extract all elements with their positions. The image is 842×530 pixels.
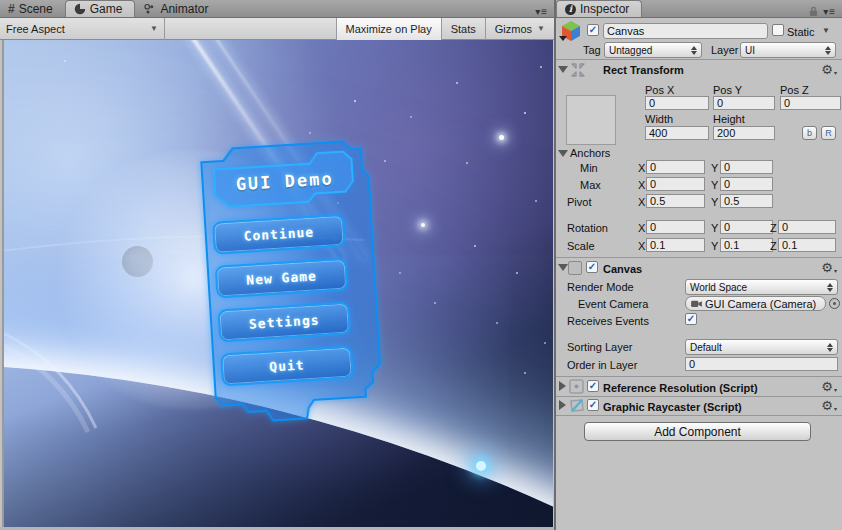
gear-icon[interactable]: ⚙▾	[821, 380, 837, 393]
static-checkbox[interactable]	[772, 24, 784, 36]
rotation-label: Rotation	[567, 222, 608, 234]
layer-label: Layer	[711, 44, 739, 56]
axis-label: Z	[770, 240, 777, 252]
object-picker-icon[interactable]	[829, 298, 840, 309]
axis-label: Y	[711, 162, 718, 174]
anchors-max-x-field[interactable]	[646, 177, 705, 191]
sorting-layer-dropdown[interactable]: Default	[685, 339, 838, 355]
anchors-max-y-field[interactable]	[720, 177, 773, 191]
info-icon: i	[565, 4, 576, 15]
gear-icon[interactable]: ⚙▾	[821, 261, 837, 274]
tab-animator-label: Animator	[160, 2, 208, 16]
aspect-ratio-dropdown[interactable]: Free Aspect ▼	[0, 18, 165, 40]
axis-label: Y	[711, 179, 718, 191]
layer-dropdown[interactable]: UI	[740, 42, 836, 58]
raw-edit-button[interactable]: R	[821, 126, 836, 140]
graphic-raycaster-checkbox[interactable]: ✓	[587, 399, 599, 411]
scale-x-field[interactable]	[646, 238, 705, 252]
pos-x-label: Pos X	[645, 84, 674, 96]
gear-icon[interactable]: ⚙▾	[821, 63, 837, 76]
lens-flare	[476, 461, 486, 471]
game-pane-menu-icon[interactable]: ▾≡	[535, 4, 554, 17]
canvas-enabled-checkbox[interactable]: ✓	[586, 261, 598, 273]
anchors-min-x-field[interactable]	[646, 160, 705, 174]
inspector-tabstrip: i Inspector ▾≡	[556, 0, 842, 18]
popup-arrows-icon	[821, 46, 831, 55]
tab-scene[interactable]: # Scene	[0, 0, 65, 17]
lock-icon[interactable]	[809, 6, 818, 17]
scale-label: Scale	[567, 240, 595, 252]
object-name-field[interactable]	[603, 23, 768, 39]
foldout-canvas[interactable]	[558, 264, 568, 271]
tab-animator[interactable]: Animator	[135, 0, 220, 17]
render-mode-dropdown[interactable]: World Space	[685, 279, 838, 295]
rect-transform-title: Rect Transform	[603, 64, 684, 76]
anchors-min-y-field[interactable]	[720, 160, 773, 174]
maximize-on-play-button[interactable]: Maximize on Play	[336, 18, 441, 40]
pivot-y-field[interactable]	[720, 194, 773, 208]
popup-arrows-icon	[823, 283, 833, 292]
pos-z-field[interactable]	[780, 96, 841, 110]
scale-y-field[interactable]	[720, 238, 773, 252]
receives-events-label: Receives Events	[567, 315, 649, 327]
height-field[interactable]	[713, 126, 775, 140]
pos-x-field[interactable]	[645, 96, 709, 110]
event-camera-value: GUI Camera (Camera)	[705, 298, 816, 310]
rotation-y-field[interactable]	[720, 220, 773, 234]
inspector-menu-icon[interactable]: ▾≡	[823, 6, 836, 17]
active-checkbox[interactable]: ✓	[587, 24, 599, 36]
order-in-layer-label: Order in Layer	[567, 359, 637, 371]
aspect-ratio-label: Free Aspect	[6, 23, 65, 35]
render-mode-label: Render Mode	[567, 281, 634, 293]
rotation-z-field[interactable]	[778, 220, 836, 234]
gizmos-button[interactable]: Gizmos ▼	[485, 18, 554, 40]
pivot-x-field[interactable]	[646, 194, 705, 208]
reference-resolution-icon	[569, 379, 584, 394]
event-camera-label: Event Camera	[578, 298, 648, 310]
pos-z-label: Pos Z	[780, 84, 809, 96]
tag-label: Tag	[583, 44, 601, 56]
chevron-down-icon: ▼	[537, 24, 545, 33]
game-toolbar: Free Aspect ▼ Maximize on Play Stats Giz…	[0, 18, 554, 40]
width-field[interactable]	[645, 126, 709, 140]
rotation-x-field[interactable]	[646, 220, 705, 234]
static-dropdown-caret[interactable]: ▼	[822, 26, 830, 35]
game-pane: # Scene Game Animator ▾≡ Free	[0, 0, 554, 530]
add-component-button[interactable]: Add Component	[584, 422, 811, 441]
foldout-reference-resolution[interactable]	[559, 381, 566, 391]
height-label: Height	[713, 113, 745, 125]
anchors-max-label: Max	[580, 179, 601, 191]
axis-label: X	[638, 179, 645, 191]
pivot-label: Pivot	[567, 196, 591, 208]
inspector-panel: i Inspector ▾≡ ✓ Static ▼ Tag Untagged	[556, 0, 842, 530]
scene-grid-icon: #	[8, 2, 15, 16]
blueprint-mode-button[interactable]: b	[802, 126, 817, 140]
game-viewport[interactable]: GUI Demo Continue New Game Settings Quit	[2, 40, 553, 527]
receives-events-checkbox[interactable]: ✓	[685, 313, 697, 325]
width-label: Width	[645, 113, 673, 125]
tab-inspector[interactable]: i Inspector	[556, 0, 642, 17]
layer-value: UI	[745, 45, 755, 56]
tab-game[interactable]: Game	[65, 0, 136, 17]
gizmos-label: Gizmos	[495, 23, 532, 35]
stats-button[interactable]: Stats	[441, 18, 485, 40]
foldout-rect-transform[interactable]	[558, 66, 568, 73]
axis-label: Y	[711, 222, 718, 234]
gear-icon[interactable]: ⚙▾	[821, 399, 837, 412]
graphic-raycaster-icon	[569, 398, 585, 413]
pos-y-label: Pos Y	[713, 84, 742, 96]
event-camera-object-field[interactable]: GUI Camera (Camera)	[685, 296, 826, 311]
reference-resolution-checkbox[interactable]: ✓	[587, 380, 599, 392]
scale-z-field[interactable]	[778, 238, 836, 252]
icon-picker-caret[interactable]	[559, 36, 567, 41]
order-in-layer-field[interactable]	[685, 357, 838, 371]
foldout-anchors[interactable]	[558, 150, 568, 157]
anchor-preview[interactable]	[566, 95, 616, 145]
tag-value: Untagged	[609, 45, 652, 56]
tag-dropdown[interactable]: Untagged	[604, 42, 702, 58]
popup-arrows-icon	[687, 46, 697, 55]
pos-y-field[interactable]	[713, 96, 775, 110]
chevron-down-icon: ▼	[150, 24, 158, 33]
camera-icon	[691, 299, 702, 308]
foldout-graphic-raycaster[interactable]	[559, 400, 566, 410]
